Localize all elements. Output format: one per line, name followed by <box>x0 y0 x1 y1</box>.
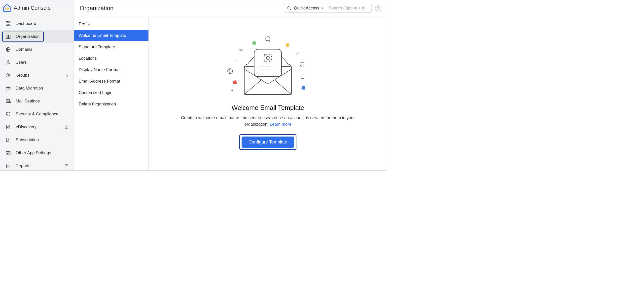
svg-rect-4 <box>9 22 10 23</box>
submenu-item-profile[interactable]: Profile <box>74 18 148 30</box>
sidebar-item-label: Subscription <box>16 137 39 143</box>
svg-rect-37 <box>252 41 256 45</box>
groups-icon <box>5 72 11 78</box>
content-body: Profile Welcome Email Template Signature… <box>74 17 387 170</box>
sidebar-item-reports[interactable]: Reports <box>0 160 74 171</box>
submenu-item-delete-organization[interactable]: Delete Organization <box>74 98 148 110</box>
svg-rect-38 <box>286 43 290 47</box>
sidebar-item-domains[interactable]: Domains <box>0 43 74 56</box>
main-heading: Welcome Email Template <box>232 104 304 112</box>
svg-point-17 <box>9 74 10 76</box>
sidebar-item-groups[interactable]: Groups ❯ <box>0 69 74 82</box>
svg-rect-39 <box>233 80 237 85</box>
submenu-item-welcome-email-template[interactable]: Welcome Email Template <box>74 30 148 41</box>
subscription-icon: $ <box>5 137 11 143</box>
sidebar-item-other-app-settings[interactable]: Other App Settings <box>0 147 74 160</box>
divider <box>326 6 326 11</box>
svg-rect-19 <box>6 100 10 103</box>
svg-text:$: $ <box>8 138 9 140</box>
main-description: Create a welcome email that will be sent… <box>178 115 357 127</box>
svg-rect-5 <box>6 24 8 26</box>
mail-settings-icon <box>5 98 11 104</box>
svg-rect-8 <box>8 36 10 39</box>
app-settings-icon <box>5 150 11 156</box>
quick-access-dropdown[interactable]: Quick Access ▼ <box>294 6 324 11</box>
welcome-email-illustration-icon <box>223 34 312 99</box>
svg-text:$: $ <box>6 7 8 10</box>
svg-point-50 <box>232 90 232 91</box>
submenu-item-locations[interactable]: Locations <box>74 53 148 64</box>
sidebar-item-label: Domains <box>16 47 32 52</box>
app-root: $ Admin Console Dashboard Organization D… <box>0 0 387 171</box>
page-title: Organization <box>80 5 114 12</box>
submenu-item-email-address-format[interactable]: Email Address Format <box>74 76 148 87</box>
sidebar-item-label: Mail Settings <box>16 99 40 104</box>
configure-button-highlight: Configure Template <box>239 134 296 150</box>
sidebar-item-ediscovery[interactable]: eDiscovery <box>0 121 74 133</box>
sidebar-item-label: Organization <box>16 34 40 39</box>
sidebar-item-data-migration[interactable]: Data Migration <box>0 82 74 95</box>
external-link-icon <box>64 164 68 168</box>
app-logo-icon: $ <box>3 4 11 12</box>
svg-line-36 <box>290 9 291 10</box>
sidebar-header: $ Admin Console <box>0 0 74 16</box>
sidebar-item-label: Data Migration <box>16 86 43 91</box>
dashboard-icon <box>5 21 11 27</box>
sidebar: $ Admin Console Dashboard Organization D… <box>0 0 74 170</box>
ediscovery-icon <box>5 124 11 130</box>
svg-point-35 <box>288 7 290 9</box>
svg-rect-6 <box>9 24 10 26</box>
shield-icon <box>5 111 11 117</box>
quick-access-label: Quick Access <box>294 6 319 11</box>
search-input[interactable] <box>329 6 368 11</box>
sidebar-item-label: Reports <box>16 163 30 168</box>
content: Organization Quick Access ▼ ? Profile We… <box>74 0 387 170</box>
sidebar-item-label: Groups <box>16 73 30 78</box>
svg-point-16 <box>7 74 8 75</box>
sidebar-item-label: Dashboard <box>16 21 36 26</box>
sidebar-item-organization[interactable]: Organization <box>0 30 74 43</box>
search-group: Quick Access ▼ <box>284 4 372 13</box>
migration-icon <box>5 85 11 91</box>
main-panel: Welcome Email Template Create a welcome … <box>149 17 387 170</box>
help-icon[interactable]: ? <box>375 5 381 11</box>
configure-template-button[interactable]: Configure Template <box>242 136 294 148</box>
sidebar-item-label: Other App Settings <box>16 151 51 156</box>
svg-rect-3 <box>6 22 8 23</box>
sidebar-item-label: Security & Compliance <box>16 112 58 117</box>
external-link-icon <box>64 125 68 129</box>
caret-down-icon: ▼ <box>321 7 324 10</box>
svg-rect-40 <box>302 86 305 90</box>
user-icon <box>5 59 11 65</box>
sidebar-nav: Dashboard Organization Domains Users Gro… <box>0 16 74 171</box>
sidebar-item-mail-settings[interactable]: Mail Settings <box>0 95 74 108</box>
submenu-item-customized-login[interactable]: Customized Login <box>74 87 148 98</box>
submenu-item-display-name-format[interactable]: Display Name Format <box>74 64 148 76</box>
sidebar-item-label: eDiscovery <box>16 124 36 129</box>
chevron-right-icon: ❯ <box>66 73 68 77</box>
svg-line-22 <box>9 128 10 128</box>
svg-point-20 <box>9 101 10 103</box>
search-icon <box>287 6 292 11</box>
organization-icon <box>5 34 11 40</box>
svg-point-49 <box>235 60 236 61</box>
submenu-item-signature-template[interactable]: Signature Template <box>74 41 148 53</box>
sidebar-item-dashboard[interactable]: Dashboard <box>0 17 74 30</box>
sidebar-item-security[interactable]: Security & Compliance <box>0 108 74 121</box>
sidebar-title: Admin Console <box>14 5 51 11</box>
svg-point-15 <box>7 61 9 62</box>
globe-icon <box>5 47 11 53</box>
reports-icon <box>5 163 11 169</box>
sidebar-item-label: Users <box>16 60 26 65</box>
svg-point-29 <box>8 153 9 154</box>
submenu: Profile Welcome Email Template Signature… <box>74 17 149 170</box>
learn-more-link[interactable]: Learn more <box>270 122 292 126</box>
sidebar-item-users[interactable]: Users <box>0 56 74 69</box>
topbar: Organization Quick Access ▼ ? <box>74 0 387 17</box>
sidebar-item-subscription[interactable]: $ Subscription <box>0 133 74 147</box>
